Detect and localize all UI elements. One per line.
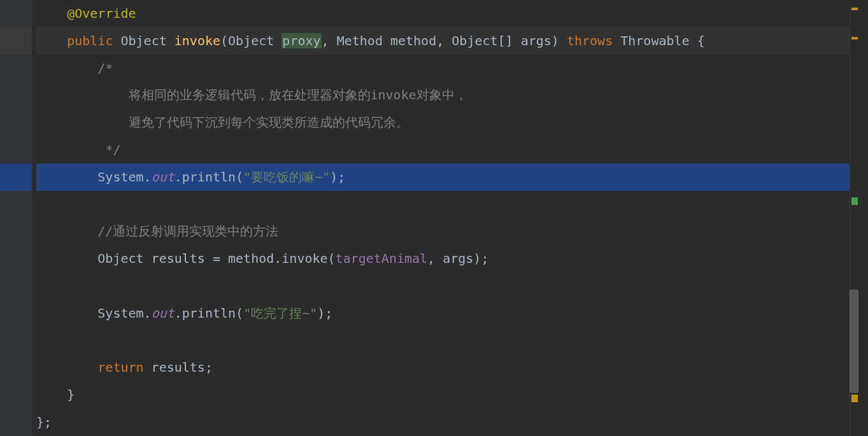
code-line[interactable]: return results;	[36, 354, 859, 381]
warning-marker[interactable]	[851, 395, 858, 402]
code-line[interactable]: }	[36, 381, 859, 409]
code-token: System.	[97, 169, 151, 185]
code-token: );	[317, 306, 332, 321]
code-token: Object	[228, 33, 281, 48]
code-token	[167, 33, 174, 48]
scrollbar-thumb[interactable]	[850, 290, 858, 393]
code-token: }	[67, 387, 75, 402]
code-token: Throwable	[620, 33, 697, 48]
code-token: //通过反射调用实现类中的方法	[97, 223, 278, 239]
code-token: 避免了代码下沉到每个实现类所造成的代码冗余。	[129, 115, 409, 130]
code-token: invoke	[174, 33, 220, 48]
code-line[interactable]: System.out.println("要吃饭的嘛~");	[36, 164, 859, 191]
ok-marker[interactable]	[851, 197, 858, 205]
code-token: .println(	[174, 306, 243, 321]
code-token: throws	[567, 33, 613, 48]
code-line[interactable]: /*	[36, 55, 859, 82]
editor-gutter-spacer	[32, 0, 36, 436]
gutter-highlight	[0, 164, 32, 191]
code-token: out	[152, 169, 174, 185]
code-token: out	[152, 306, 174, 321]
code-token: Object[] args	[452, 33, 551, 48]
warning-marker[interactable]	[851, 37, 858, 39]
warning-marker[interactable]	[851, 8, 858, 10]
code-editor[interactable]: @Override public Object invoke(Object pr…	[0, 0, 859, 436]
code-token: /*	[97, 60, 113, 76]
code-token: ,	[436, 33, 452, 48]
code-line[interactable]	[36, 327, 859, 355]
code-token: System.	[97, 306, 151, 321]
code-token: ,	[322, 33, 337, 48]
code-token: )	[551, 33, 567, 48]
code-token: );	[330, 169, 345, 185]
editor-gutter	[0, 0, 32, 436]
code-token: results;	[144, 360, 213, 375]
code-line[interactable]: public Object invoke(Object proxy, Metho…	[36, 27, 859, 55]
code-token: @Override	[67, 6, 136, 21]
code-line[interactable]: Object results = method.invoke(targetAni…	[36, 245, 859, 272]
code-line[interactable]: 避免了代码下沉到每个实现类所造成的代码冗余。	[36, 109, 859, 136]
code-token: 将相同的业务逻辑代码，放在处理器对象的invoke对象中，	[129, 87, 467, 102]
code-token	[113, 33, 120, 48]
code-token: (	[220, 33, 228, 48]
code-token: public	[67, 33, 113, 48]
code-line[interactable]: };	[36, 409, 859, 436]
error-stripe[interactable]	[850, 0, 859, 436]
code-line[interactable]	[36, 272, 859, 300]
code-area[interactable]: @Override public Object invoke(Object pr…	[36, 0, 859, 436]
code-token: "要吃饭的嘛~"	[243, 169, 330, 185]
code-token: "吃完了捏~"	[243, 306, 317, 321]
code-line[interactable]: */	[36, 136, 859, 164]
code-line[interactable]: 将相同的业务逻辑代码，放在处理器对象的invoke对象中，	[36, 81, 859, 109]
code-token: {	[697, 33, 705, 48]
gutter-highlight	[0, 27, 32, 55]
code-line[interactable]: System.out.println("吃完了捏~");	[36, 300, 859, 327]
code-token: .println(	[174, 169, 243, 185]
code-token: };	[36, 414, 52, 430]
code-token: Object	[120, 33, 166, 48]
code-token: return	[97, 360, 143, 375]
code-line[interactable]	[36, 191, 859, 218]
code-line[interactable]: //通过反射调用实现类中的方法	[36, 218, 859, 245]
code-line[interactable]: @Override	[36, 0, 859, 27]
code-token: */	[105, 142, 120, 157]
code-token	[613, 33, 620, 48]
code-token: Object results = method.invoke(	[97, 251, 335, 266]
code-token: , args);	[427, 251, 488, 266]
code-token: targetAnimal	[336, 251, 428, 266]
code-token: proxy	[281, 33, 321, 48]
code-token: Method method	[337, 33, 437, 48]
